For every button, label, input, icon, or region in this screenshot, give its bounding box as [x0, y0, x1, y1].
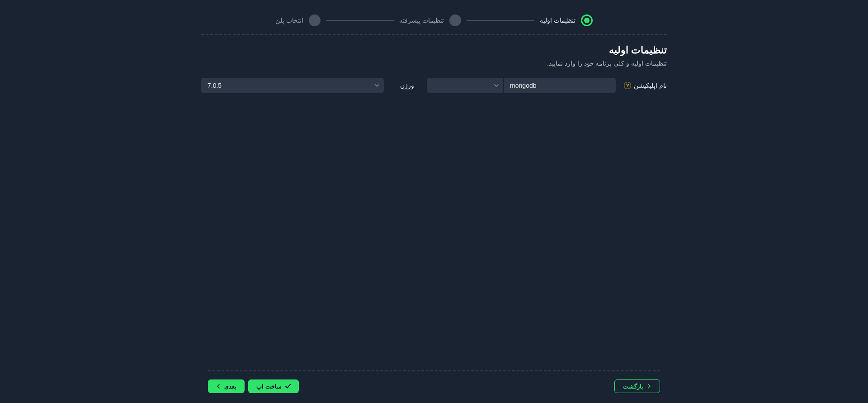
next-button[interactable]: بعدی — [208, 379, 245, 393]
app-name-input[interactable] — [504, 78, 616, 93]
step-label-1: تنظیمات اولیه — [540, 17, 576, 24]
chevron-down-icon — [375, 82, 379, 89]
chevron-left-icon — [216, 384, 221, 389]
version-value: 7.0.5 — [208, 82, 222, 89]
step-advanced-settings[interactable]: تنظیمات پیشرفته — [399, 14, 461, 26]
create-app-button[interactable]: ساخت اپ — [248, 379, 299, 393]
section-header: تنظیمات اولیه تنظیمات اولیه و کلی برنامه… — [201, 35, 667, 78]
create-app-label: ساخت اپ — [256, 383, 282, 390]
step-plan-selection[interactable]: انتخاب پلن — [275, 14, 321, 26]
app-name-input-group — [427, 78, 616, 93]
version-select[interactable]: 7.0.5 — [201, 78, 384, 93]
version-label: ورژن — [400, 82, 414, 89]
step-circle-active — [581, 14, 593, 26]
help-icon[interactable]: ? — [624, 82, 631, 89]
step-initial-settings[interactable]: تنظیمات اولیه — [540, 14, 593, 26]
step-connector — [467, 20, 534, 21]
section-subtitle: تنظیمات اولیه و کلی برنامه خود را وارد ن… — [201, 60, 667, 67]
app-type-select[interactable] — [427, 78, 504, 93]
step-circle-inactive — [449, 14, 461, 26]
footer-bar: بازگشت ساخت اپ بعدی — [208, 370, 660, 393]
step-label-3: انتخاب پلن — [275, 17, 303, 24]
app-name-label-wrap: نام اپلیکیشن ? — [624, 82, 667, 89]
step-label-2: تنظیمات پیشرفته — [399, 17, 444, 24]
back-button-label: بازگشت — [623, 383, 643, 390]
step-circle-inactive — [309, 14, 321, 26]
stepper: تنظیمات اولیه تنظیمات پیشرفته انتخاب پلن — [0, 1, 868, 34]
app-name-label: نام اپلیکیشن — [634, 82, 667, 89]
footer-divider — [208, 370, 660, 371]
step-connector — [326, 20, 394, 21]
back-button[interactable]: بازگشت — [614, 379, 660, 393]
form-row: نام اپلیکیشن ? ورژن 7.0.5 — [201, 78, 667, 93]
next-button-label: بعدی — [224, 383, 236, 390]
check-icon — [285, 384, 291, 389]
chevron-right-icon — [647, 384, 651, 389]
section-title: تنظیمات اولیه — [201, 44, 667, 56]
chevron-down-icon — [494, 82, 499, 89]
